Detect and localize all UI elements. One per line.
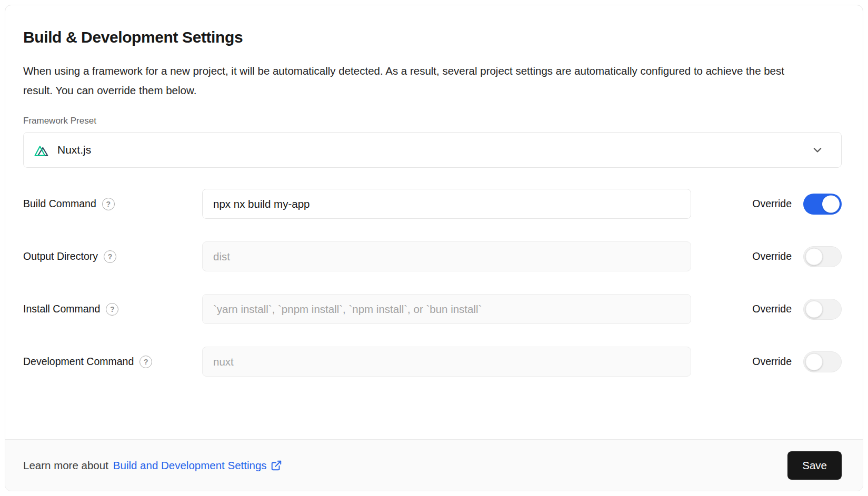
development-command-input[interactable]: [202, 347, 691, 377]
card-footer: Learn more about Build and Development S…: [5, 439, 863, 491]
override-label: Override: [752, 356, 792, 368]
build-command-input[interactable]: [202, 189, 691, 219]
framework-name: Nuxt.js: [57, 144, 91, 156]
chevron-down-icon: [812, 144, 823, 156]
toggle-knob: [805, 353, 823, 370]
learn-more-prefix: Learn more about: [23, 459, 108, 472]
output-directory-row: Output Directory ? Override: [23, 241, 842, 271]
build-command-override-toggle[interactable]: [803, 194, 842, 215]
nuxt-logo-icon: [34, 144, 51, 157]
output-directory-input[interactable]: [202, 241, 691, 271]
settings-rows: Build Command ? Override Output Director…: [23, 189, 842, 377]
learn-more-text: Learn more about Build and Development S…: [23, 459, 282, 472]
override-label: Override: [752, 198, 792, 210]
help-icon[interactable]: ?: [104, 250, 116, 263]
install-command-input[interactable]: [202, 294, 691, 324]
build-settings-card: Build & Development Settings When using …: [5, 5, 863, 491]
toggle-knob: [805, 248, 823, 265]
output-directory-label: Output Directory ?: [23, 250, 202, 263]
framework-preset-select[interactable]: Nuxt.js: [23, 132, 842, 168]
install-command-row: Install Command ? Override: [23, 294, 842, 324]
development-command-label: Development Command ?: [23, 356, 202, 368]
output-directory-override: Override: [752, 246, 842, 267]
install-command-override: Override: [752, 299, 842, 320]
development-command-override-toggle[interactable]: [803, 351, 842, 372]
override-label: Override: [752, 250, 792, 262]
toggle-knob: [805, 300, 823, 318]
output-directory-override-toggle[interactable]: [803, 246, 842, 267]
build-command-override: Override: [752, 194, 842, 215]
development-command-row: Development Command ? Override: [23, 347, 842, 377]
panel-description: When using a framework for a new project…: [23, 61, 807, 100]
install-command-label: Install Command ?: [23, 303, 202, 316]
framework-preset-label: Framework Preset: [23, 116, 842, 126]
build-settings-docs-link[interactable]: Build and Development Settings: [113, 459, 282, 472]
help-icon[interactable]: ?: [106, 303, 118, 316]
install-command-override-toggle[interactable]: [803, 299, 842, 320]
override-label: Override: [752, 303, 792, 315]
help-icon[interactable]: ?: [102, 198, 115, 210]
development-command-override: Override: [752, 351, 842, 372]
save-button[interactable]: Save: [787, 451, 842, 480]
framework-selected-value: Nuxt.js: [34, 144, 91, 157]
help-icon[interactable]: ?: [139, 356, 152, 368]
external-link-icon: [271, 460, 282, 471]
build-command-label: Build Command ?: [23, 198, 202, 210]
build-command-row: Build Command ? Override: [23, 189, 842, 219]
toggle-knob: [822, 195, 840, 212]
page-title: Build & Development Settings: [23, 28, 842, 46]
